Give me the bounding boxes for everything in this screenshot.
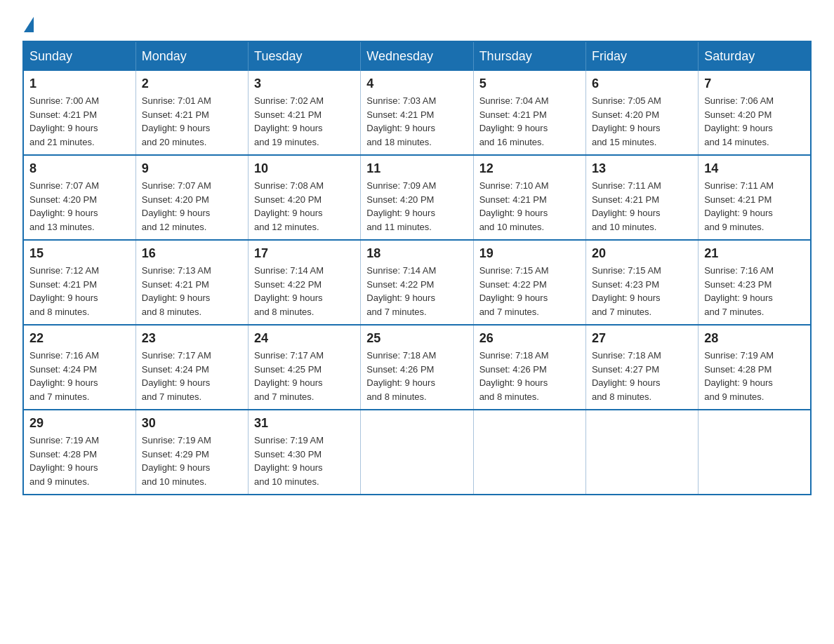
calendar-cell <box>361 410 473 495</box>
day-number: 7 <box>704 76 805 91</box>
day-info: Sunrise: 7:05 AMSunset: 4:20 PMDaylight:… <box>592 94 692 149</box>
header-monday: Monday <box>135 41 248 71</box>
day-number: 6 <box>592 76 692 91</box>
day-info: Sunrise: 7:17 AMSunset: 4:24 PMDaylight:… <box>142 349 242 403</box>
calendar-cell: 23 Sunrise: 7:17 AMSunset: 4:24 PMDaylig… <box>135 325 248 410</box>
calendar-cell: 28 Sunrise: 7:19 AMSunset: 4:28 PMDaylig… <box>699 325 811 410</box>
day-number: 9 <box>142 161 242 176</box>
day-number: 2 <box>142 76 242 91</box>
day-info: Sunrise: 7:07 AMSunset: 4:20 PMDaylight:… <box>142 179 242 234</box>
calendar-table: SundayMondayTuesdayWednesdayThursdayFrid… <box>22 41 812 495</box>
day-number: 16 <box>142 246 242 261</box>
calendar-row-0: 1 Sunrise: 7:00 AMSunset: 4:21 PMDayligh… <box>23 71 811 155</box>
day-info: Sunrise: 7:18 AMSunset: 4:27 PMDaylight:… <box>592 349 692 403</box>
day-number: 8 <box>29 161 130 176</box>
day-info: Sunrise: 7:14 AMSunset: 4:22 PMDaylight:… <box>254 264 355 318</box>
calendar-cell: 10 Sunrise: 7:08 AMSunset: 4:20 PMDaylig… <box>249 155 361 240</box>
day-info: Sunrise: 7:09 AMSunset: 4:20 PMDaylight:… <box>366 179 467 234</box>
calendar-cell <box>699 410 811 495</box>
header-friday: Friday <box>585 41 698 71</box>
calendar-cell: 7 Sunrise: 7:06 AMSunset: 4:20 PMDayligh… <box>699 71 811 155</box>
day-number: 20 <box>592 246 692 261</box>
day-info: Sunrise: 7:19 AMSunset: 4:30 PMDaylight:… <box>254 434 355 488</box>
calendar-cell: 20 Sunrise: 7:15 AMSunset: 4:23 PMDaylig… <box>585 240 698 325</box>
calendar-cell: 16 Sunrise: 7:13 AMSunset: 4:21 PMDaylig… <box>135 240 248 325</box>
calendar-cell <box>473 410 585 495</box>
day-number: 4 <box>366 76 467 91</box>
calendar-cell: 15 Sunrise: 7:12 AMSunset: 4:21 PMDaylig… <box>23 240 135 325</box>
day-info: Sunrise: 7:11 AMSunset: 4:21 PMDaylight:… <box>592 179 692 234</box>
day-info: Sunrise: 7:15 AMSunset: 4:22 PMDaylight:… <box>479 264 580 318</box>
calendar-cell: 2 Sunrise: 7:01 AMSunset: 4:21 PMDayligh… <box>135 71 248 155</box>
calendar-cell: 22 Sunrise: 7:16 AMSunset: 4:24 PMDaylig… <box>23 325 135 410</box>
day-info: Sunrise: 7:16 AMSunset: 4:24 PMDaylight:… <box>29 349 130 403</box>
day-info: Sunrise: 7:08 AMSunset: 4:20 PMDaylight:… <box>254 179 355 234</box>
logo <box>22 17 34 27</box>
day-number: 31 <box>254 416 355 431</box>
calendar-cell: 19 Sunrise: 7:15 AMSunset: 4:22 PMDaylig… <box>473 240 585 325</box>
day-info: Sunrise: 7:19 AMSunset: 4:29 PMDaylight:… <box>142 434 242 488</box>
header-tuesday: Tuesday <box>249 41 361 71</box>
day-number: 22 <box>29 331 130 346</box>
day-info: Sunrise: 7:19 AMSunset: 4:28 PMDaylight:… <box>29 434 130 488</box>
calendar-row-4: 29 Sunrise: 7:19 AMSunset: 4:28 PMDaylig… <box>23 410 811 495</box>
day-info: Sunrise: 7:07 AMSunset: 4:20 PMDaylight:… <box>29 179 130 234</box>
day-number: 19 <box>479 246 580 261</box>
calendar-cell: 31 Sunrise: 7:19 AMSunset: 4:30 PMDaylig… <box>249 410 361 495</box>
calendar-cell: 6 Sunrise: 7:05 AMSunset: 4:20 PMDayligh… <box>585 71 698 155</box>
calendar-row-1: 8 Sunrise: 7:07 AMSunset: 4:20 PMDayligh… <box>23 155 811 240</box>
calendar-cell: 30 Sunrise: 7:19 AMSunset: 4:29 PMDaylig… <box>135 410 248 495</box>
day-number: 30 <box>142 416 242 431</box>
day-info: Sunrise: 7:12 AMSunset: 4:21 PMDaylight:… <box>29 264 130 318</box>
day-number: 17 <box>254 246 355 261</box>
calendar-cell: 11 Sunrise: 7:09 AMSunset: 4:20 PMDaylig… <box>361 155 473 240</box>
day-info: Sunrise: 7:02 AMSunset: 4:21 PMDaylight:… <box>254 94 355 149</box>
day-info: Sunrise: 7:11 AMSunset: 4:21 PMDaylight:… <box>704 179 805 234</box>
calendar-row-2: 15 Sunrise: 7:12 AMSunset: 4:21 PMDaylig… <box>23 240 811 325</box>
calendar-cell: 14 Sunrise: 7:11 AMSunset: 4:21 PMDaylig… <box>699 155 811 240</box>
day-number: 23 <box>142 331 242 346</box>
day-number: 18 <box>366 246 467 261</box>
calendar-cell: 12 Sunrise: 7:10 AMSunset: 4:21 PMDaylig… <box>473 155 585 240</box>
day-number: 14 <box>704 161 805 176</box>
calendar-cell: 4 Sunrise: 7:03 AMSunset: 4:21 PMDayligh… <box>361 71 473 155</box>
calendar-header-row: SundayMondayTuesdayWednesdayThursdayFrid… <box>23 41 811 71</box>
day-info: Sunrise: 7:06 AMSunset: 4:20 PMDaylight:… <box>704 94 805 149</box>
calendar-cell: 17 Sunrise: 7:14 AMSunset: 4:22 PMDaylig… <box>249 240 361 325</box>
calendar-cell: 8 Sunrise: 7:07 AMSunset: 4:20 PMDayligh… <box>23 155 135 240</box>
day-number: 29 <box>29 416 130 431</box>
day-number: 27 <box>592 331 692 346</box>
header-saturday: Saturday <box>699 41 811 71</box>
calendar-cell <box>585 410 698 495</box>
calendar-cell: 29 Sunrise: 7:19 AMSunset: 4:28 PMDaylig… <box>23 410 135 495</box>
day-info: Sunrise: 7:00 AMSunset: 4:21 PMDaylight:… <box>29 94 130 149</box>
day-info: Sunrise: 7:01 AMSunset: 4:21 PMDaylight:… <box>142 94 242 149</box>
header-thursday: Thursday <box>473 41 585 71</box>
day-info: Sunrise: 7:10 AMSunset: 4:21 PMDaylight:… <box>479 179 580 234</box>
day-number: 24 <box>254 331 355 346</box>
header <box>22 17 812 27</box>
day-number: 26 <box>479 331 580 346</box>
calendar-cell: 9 Sunrise: 7:07 AMSunset: 4:20 PMDayligh… <box>135 155 248 240</box>
day-number: 3 <box>254 76 355 91</box>
day-number: 11 <box>366 161 467 176</box>
calendar-cell: 13 Sunrise: 7:11 AMSunset: 4:21 PMDaylig… <box>585 155 698 240</box>
day-info: Sunrise: 7:18 AMSunset: 4:26 PMDaylight:… <box>366 349 467 403</box>
header-wednesday: Wednesday <box>361 41 473 71</box>
day-info: Sunrise: 7:03 AMSunset: 4:21 PMDaylight:… <box>366 94 467 149</box>
day-info: Sunrise: 7:16 AMSunset: 4:23 PMDaylight:… <box>704 264 805 318</box>
header-sunday: Sunday <box>23 41 135 71</box>
day-info: Sunrise: 7:18 AMSunset: 4:26 PMDaylight:… <box>479 349 580 403</box>
day-number: 21 <box>704 246 805 261</box>
day-number: 15 <box>29 246 130 261</box>
calendar-cell: 5 Sunrise: 7:04 AMSunset: 4:21 PMDayligh… <box>473 71 585 155</box>
calendar-cell: 26 Sunrise: 7:18 AMSunset: 4:26 PMDaylig… <box>473 325 585 410</box>
calendar-cell: 3 Sunrise: 7:02 AMSunset: 4:21 PMDayligh… <box>249 71 361 155</box>
day-info: Sunrise: 7:19 AMSunset: 4:28 PMDaylight:… <box>704 349 805 403</box>
calendar-cell: 18 Sunrise: 7:14 AMSunset: 4:22 PMDaylig… <box>361 240 473 325</box>
calendar-cell: 1 Sunrise: 7:00 AMSunset: 4:21 PMDayligh… <box>23 71 135 155</box>
day-number: 1 <box>29 76 130 91</box>
day-number: 13 <box>592 161 692 176</box>
day-info: Sunrise: 7:14 AMSunset: 4:22 PMDaylight:… <box>366 264 467 318</box>
day-number: 5 <box>479 76 580 91</box>
